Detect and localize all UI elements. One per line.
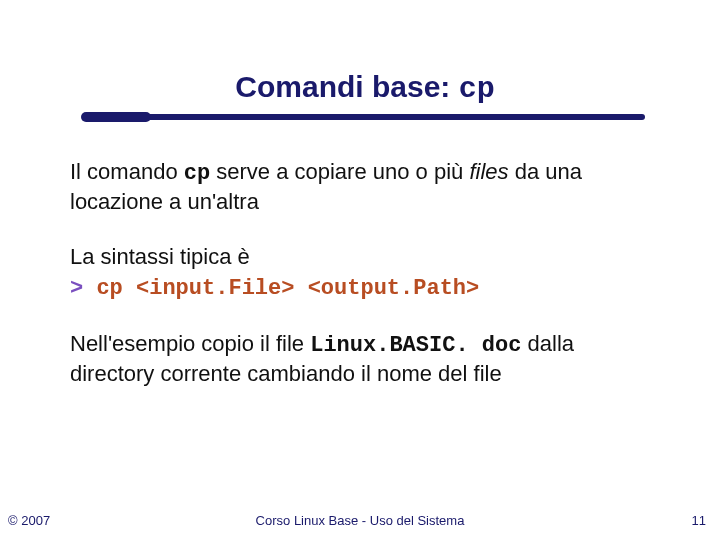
p2-code: cp <input.File> <output.Path> <box>96 276 479 301</box>
p1-text1: Il comando <box>70 159 184 184</box>
paragraph-3: Nell'esempio copio il file Linux.BASIC. … <box>70 330 660 387</box>
slide-body: Il comando cp serve a copiare uno o più … <box>70 158 660 387</box>
p2-syntax: > cp <input.File> <output.Path> <box>70 273 660 303</box>
p3-code: Linux.BASIC. doc <box>310 333 521 358</box>
underline-accent <box>81 112 151 122</box>
slide-title: Comandi base: cp <box>70 70 660 106</box>
p1-files: files <box>469 159 508 184</box>
p2-prompt: > <box>70 276 96 301</box>
p1-cmd: cp <box>184 161 210 186</box>
underline-thick <box>85 114 645 120</box>
slide: Comandi base: cp Il comando cp serve a c… <box>0 0 720 387</box>
title-cmd: cp <box>459 72 495 106</box>
p1-text2: serve a copiare uno o più <box>210 159 469 184</box>
paragraph-2: La sintassi tipica è > cp <input.File> <… <box>70 243 660 302</box>
title-prefix: Comandi base: <box>235 70 458 103</box>
footer-center: Corso Linux Base - Uso del Sistema <box>0 513 720 528</box>
title-underline <box>85 114 645 124</box>
p3-text1: Nell'esempio copio il file <box>70 331 310 356</box>
p2-intro: La sintassi tipica è <box>70 243 660 271</box>
paragraph-1: Il comando cp serve a copiare uno o più … <box>70 158 660 215</box>
footer-page-number: 11 <box>692 513 706 528</box>
